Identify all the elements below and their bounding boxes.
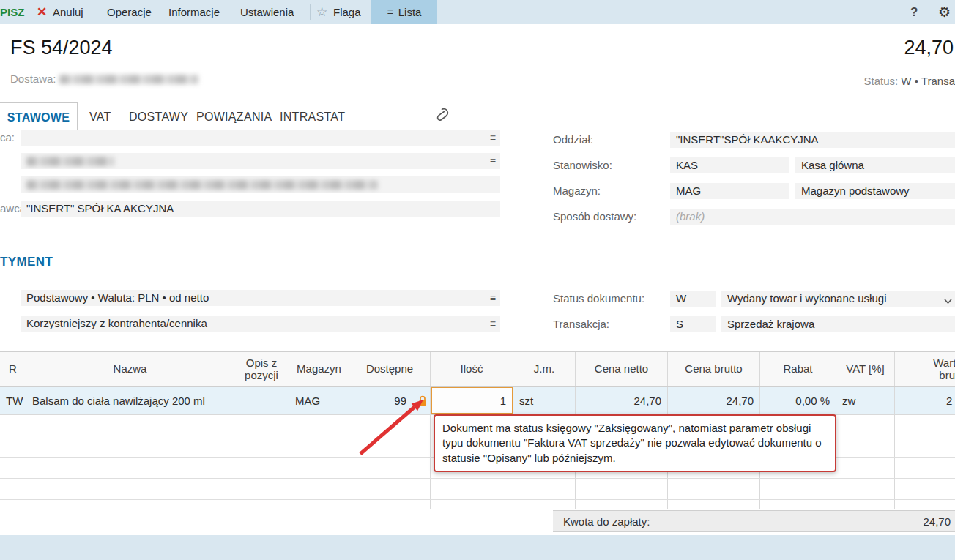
cancel-icon[interactable]: ✕ — [37, 0, 47, 24]
flag-star-icon[interactable]: ☆ — [316, 0, 327, 24]
cell-net-price[interactable]: 24,70 — [576, 387, 668, 414]
gear-icon[interactable]: ⚙ — [938, 0, 951, 24]
field-menu-icon[interactable]: ≡ — [490, 153, 496, 169]
chevron-down-icon[interactable] — [943, 294, 953, 307]
cell-type[interactable]: TW — [0, 387, 26, 414]
grid-cell[interactable] — [895, 436, 955, 457]
grid-cell[interactable] — [26, 415, 234, 436]
grid-cell[interactable] — [289, 479, 349, 499]
column-header-discount[interactable]: Rabat — [760, 352, 836, 386]
grid-cell[interactable] — [836, 436, 895, 457]
doc-status-select[interactable]: Wydany towar i wykonane usługi — [721, 291, 955, 307]
tab-vat[interactable]: VAT — [89, 102, 111, 132]
column-header-warehouse[interactable]: Magazyn — [289, 352, 349, 386]
column-header-quantity[interactable]: Ilość — [431, 352, 513, 386]
table-row[interactable]: TW Balsam do ciała nawilżający 200 ml MA… — [0, 387, 955, 415]
grid-cell[interactable] — [895, 479, 955, 499]
grid-cell[interactable] — [431, 479, 513, 499]
cell-quantity-selected[interactable]: 1 — [431, 387, 513, 414]
cell-vat[interactable]: zw — [836, 387, 895, 414]
menu-operations[interactable]: Operacje — [107, 0, 152, 24]
grid-cell[interactable] — [513, 479, 576, 499]
grid-cell[interactable] — [836, 415, 895, 436]
transaction-text-field[interactable]: Sprzedaż krajowa — [721, 316, 955, 332]
grid-cell[interactable] — [760, 479, 836, 499]
seller-field[interactable]: "INSERT" SPÓŁKA AKCYJNA — [21, 201, 500, 217]
menu-information[interactable]: Informacje — [168, 0, 220, 24]
cell-gross-value[interactable]: 2 — [895, 387, 955, 414]
grid-cell[interactable] — [349, 479, 431, 499]
grid-cell[interactable] — [26, 479, 234, 499]
grid-cell[interactable] — [289, 436, 349, 457]
tab-deliveries[interactable]: DOSTAWY — [129, 102, 188, 132]
station-name-field[interactable]: Kasa główna — [795, 157, 955, 173]
grid-cell[interactable] — [0, 436, 26, 457]
grid-cell[interactable] — [289, 415, 349, 436]
grid-cell[interactable] — [234, 415, 289, 436]
column-header-description[interactable]: Opis z pozycji — [234, 352, 289, 386]
column-header-gross-value[interactable]: Wartość brutto — [895, 352, 955, 386]
grid-cell[interactable] — [836, 458, 895, 478]
cell-unit[interactable]: szt — [513, 387, 576, 414]
grid-cell[interactable] — [0, 479, 26, 499]
grid-cell[interactable] — [895, 415, 955, 436]
grid-cell[interactable] — [760, 500, 836, 509]
grid-cell[interactable] — [234, 479, 289, 499]
column-header-type[interactable]: R — [0, 352, 26, 386]
cell-name[interactable]: Balsam do ciała nawilżający 200 ml — [26, 387, 234, 414]
tab-basic-active[interactable]: STAWOWE — [0, 102, 78, 132]
price-rule-field[interactable]: Korzystniejszy z kontrahenta/cennika ≡ — [21, 316, 500, 332]
pricing-field[interactable]: Podstawowy • Waluta: PLN • od netto ≡ — [21, 290, 500, 306]
cell-gross-price[interactable]: 24,70 — [668, 387, 760, 414]
grid-cell[interactable] — [836, 500, 895, 509]
warehouse-code-field[interactable]: MAG — [670, 183, 789, 199]
cell-description[interactable] — [234, 387, 289, 414]
grid-cell[interactable] — [895, 458, 955, 478]
grid-cell[interactable] — [26, 500, 234, 509]
grid-cell[interactable] — [234, 458, 289, 478]
list-button[interactable]: ≡ Lista — [371, 0, 437, 24]
table-row-empty[interactable] — [0, 500, 955, 509]
grid-cell[interactable] — [0, 500, 26, 509]
grid-cell[interactable] — [234, 500, 289, 509]
grid-cell[interactable] — [668, 479, 760, 499]
address-field[interactable] — [21, 176, 500, 193]
cell-discount[interactable]: 0,00 % — [760, 387, 836, 414]
field-menu-icon[interactable]: ≡ — [490, 316, 496, 332]
grid-cell[interactable] — [576, 479, 668, 499]
flag-button[interactable]: Flaga — [333, 0, 361, 24]
column-header-unit[interactable]: J.m. — [513, 352, 576, 386]
table-row-empty[interactable] — [0, 479, 955, 500]
menu-settings[interactable]: Ustawienia — [240, 0, 294, 24]
grid-cell[interactable] — [26, 458, 234, 478]
grid-cell[interactable] — [836, 479, 895, 499]
field-menu-icon[interactable]: ≡ — [490, 130, 496, 146]
cancel-button[interactable]: Anuluj — [53, 0, 83, 24]
grid-cell[interactable] — [349, 500, 431, 509]
grid-cell[interactable] — [289, 458, 349, 478]
recipient-field[interactable]: ≡ — [21, 153, 500, 169]
column-header-net-price[interactable]: Cena netto — [576, 352, 668, 386]
branch-field[interactable]: "INSERT"SPÓŁKAAKCYJNA — [670, 132, 955, 148]
grid-cell[interactable] — [431, 500, 513, 509]
grid-cell[interactable] — [895, 500, 955, 509]
station-code-field[interactable]: KAS — [670, 157, 789, 173]
grid-cell[interactable] — [513, 500, 576, 509]
cell-warehouse[interactable]: MAG — [289, 387, 349, 414]
field-menu-icon[interactable]: ≡ — [490, 290, 496, 306]
tab-links[interactable]: POWIĄZANIA — [196, 102, 272, 132]
grid-cell[interactable] — [0, 458, 26, 478]
doc-status-code-field[interactable]: W — [670, 291, 716, 307]
column-header-name[interactable]: Nazwa — [26, 352, 234, 386]
customer-field[interactable]: ≡ — [21, 130, 500, 146]
grid-cell[interactable] — [289, 500, 349, 509]
help-icon[interactable]: ? — [910, 0, 918, 24]
grid-cell[interactable] — [0, 415, 26, 436]
grid-cell[interactable] — [234, 436, 289, 457]
save-button[interactable]: PISZ — [0, 0, 24, 24]
column-header-available[interactable]: Dostępne — [349, 352, 431, 386]
column-header-vat[interactable]: VAT [%] — [836, 352, 895, 386]
grid-cell[interactable] — [576, 500, 668, 509]
warehouse-name-field[interactable]: Magazyn podstawowy — [795, 183, 955, 199]
grid-cell[interactable] — [668, 500, 760, 509]
